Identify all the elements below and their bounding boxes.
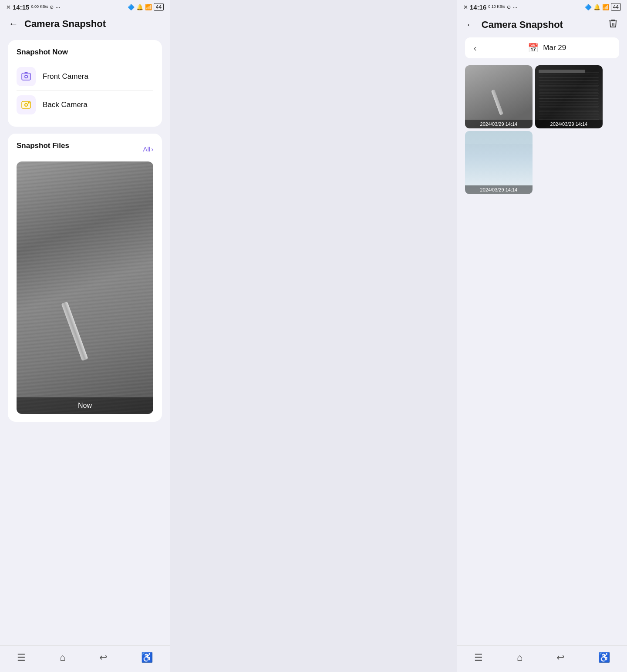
right-panel: ✕ 14:16 0.10 KB/s ⊙ ··· 🔷 🔔 📶 44 ← Camer… [457,0,627,672]
carrier-icon: ⊙ [50,4,54,10]
status-left: ✕ 14:15 0.00 KB/s ⊙ ··· [6,3,60,11]
home-icon-right[interactable]: ⌂ [517,652,522,663]
menu-icon-right[interactable]: ☰ [474,652,483,663]
close-icon: ✕ [6,4,11,10]
snapshot-preview[interactable]: Now [17,161,153,414]
back-camera-icon [17,95,36,114]
accessibility-icon[interactable]: ♿ [141,652,153,663]
status-bar-left: ✕ 14:15 0.00 KB/s ⊙ ··· 🔷 🔔 📶 44 [0,0,170,14]
date-text: Mar 29 [543,44,566,52]
accessibility-icon-right[interactable]: ♿ [598,652,610,663]
menu-icon[interactable]: ☰ [17,652,26,663]
calendar-icon: 📅 [528,43,539,53]
delete-button[interactable] [608,18,618,31]
bottom-nav-right: ☰ ⌂ ↩ ♿ [457,645,627,672]
snapshot-files-title: Snapshot Files [17,141,69,150]
bluetooth-icon-right: 🔷 [585,4,592,10]
wifi-icon-right: 📶 [602,4,609,10]
header-right: ← Camera Snapshot [457,14,627,37]
wifi-icon: 📶 [145,4,152,10]
photos-grid: 2024/03/29 14:14 2024/03/29 14:14 2024/0… [457,65,627,194]
photo-timestamp-3: 2024/03/29 14:14 [465,185,533,194]
svg-point-7 [28,102,30,104]
close-icon-right: ✕ [463,4,468,10]
svg-rect-3 [24,72,28,74]
front-camera-label: Front Camera [43,72,88,81]
status-right-right-side: 🔷 🔔 📶 44 [585,3,621,11]
page-title-left: Camera Snapshot [24,18,106,30]
back-camera-label: Back Camera [43,101,88,109]
snapshot-files-header: Snapshot Files All › [17,141,153,156]
photo-image-2 [535,65,603,128]
alarm-icon: 🔔 [136,4,143,10]
back-button-right[interactable]: ← [466,20,475,30]
date-display: 📅 Mar 29 [482,43,612,53]
home-icon[interactable]: ⌂ [60,652,65,663]
center-gap [170,0,292,672]
battery-left: 44 [154,3,164,11]
photo-item-3[interactable]: 2024/03/29 14:14 [465,131,533,194]
content-left: Snapshot Now Front Camera [0,36,170,645]
back-nav-icon[interactable]: ↩ [99,652,107,663]
left-panel: ✕ 14:15 0.00 KB/s ⊙ ··· 🔷 🔔 📶 44 ← Camer… [0,0,170,672]
back-button-left[interactable]: ← [9,19,18,29]
snapshot-image [17,161,153,414]
snapshot-now-label: Now [17,397,153,414]
back-nav-icon-right[interactable]: ↩ [556,652,564,663]
more-icon-right: ··· [512,4,517,10]
front-camera-item[interactable]: Front Camera [17,63,153,91]
photo-item-1[interactable]: 2024/03/29 14:14 [465,65,533,128]
snapshot-now-title: Snapshot Now [17,48,153,57]
photo-image-3 [465,131,533,194]
photo-item-2[interactable]: 2024/03/29 14:14 [535,65,603,128]
net-speed-left: 0.00 KB/s [31,5,48,9]
page-title-right: Camera Snapshot [482,19,563,30]
date-back-button[interactable]: ‹ [472,43,479,53]
carrier-icon-right: ⊙ [507,4,511,10]
status-bar-right: ✕ 14:16 0.10 KB/s ⊙ ··· 🔷 🔔 📶 44 [457,0,627,14]
front-camera-icon [17,67,36,86]
battery-right: 44 [611,3,621,11]
time-left: 14:15 [13,3,29,11]
back-camera-item[interactable]: Back Camera [17,91,153,119]
bluetooth-icon: 🔷 [128,4,135,10]
bottom-nav-left: ☰ ⌂ ↩ ♿ [0,645,170,672]
photo-timestamp-2: 2024/03/29 14:14 [535,120,603,128]
photo-image-1 [465,65,533,128]
snapshot-now-card: Snapshot Now Front Camera [8,40,162,127]
snapshot-files-card: Snapshot Files All › Now [8,134,162,422]
more-icon: ··· [55,4,60,10]
alarm-icon-right: 🔔 [593,4,600,10]
status-right-left: 🔷 🔔 📶 44 [128,3,164,11]
photo-timestamp-1: 2024/03/29 14:14 [465,120,533,128]
date-navigation-bar: ‹ 📅 Mar 29 [465,37,619,58]
net-speed-right: 0.10 KB/s [488,5,505,9]
header-left: ← Camera Snapshot [0,14,170,36]
time-right: 14:16 [470,3,486,11]
svg-point-2 [25,76,27,77]
all-files-link[interactable]: All › [143,145,153,153]
status-right-left-side: ✕ 14:16 0.10 KB/s ⊙ ··· [463,3,517,11]
svg-point-6 [25,104,27,106]
